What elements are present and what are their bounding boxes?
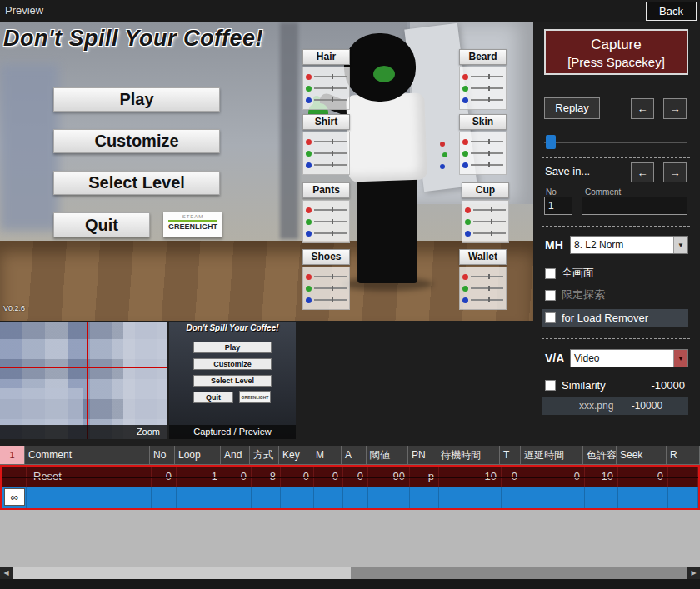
- slider-track[interactable]: [314, 209, 347, 211]
- rgb-sliders[interactable]: [302, 67, 350, 110]
- rgb-sliders[interactable]: [459, 267, 507, 310]
- zoom-view[interactable]: Zoom: [0, 322, 167, 439]
- table-row-reset[interactable]: Reset 0 1 0 8 0 0 0 90 p 10 0 0 10 0: [2, 467, 698, 487]
- slider-track[interactable]: [471, 87, 503, 89]
- column-header[interactable]: 閾値: [367, 446, 408, 465]
- blue-slider-thumb[interactable]: [462, 97, 468, 103]
- slider-track[interactable]: [314, 299, 347, 301]
- scroll-right-button[interactable]: ▶: [688, 567, 700, 579]
- fullscreen-checkbox[interactable]: [545, 268, 556, 279]
- green-slider-thumb[interactable]: [306, 151, 312, 157]
- blue-slider-thumb[interactable]: [306, 97, 312, 103]
- red-slider-thumb[interactable]: [462, 139, 468, 145]
- blue-slider-thumb[interactable]: [306, 297, 312, 303]
- green-slider-thumb[interactable]: [462, 86, 468, 92]
- slider-track[interactable]: [544, 142, 688, 143]
- red-slider-thumb[interactable]: [306, 74, 312, 80]
- rgb-sliders[interactable]: [462, 200, 509, 243]
- slider-track[interactable]: [473, 232, 506, 234]
- blue-slider-thumb[interactable]: [465, 231, 471, 237]
- blue-slider-thumb[interactable]: [306, 231, 312, 237]
- green-slider-thumb[interactable]: [306, 219, 312, 225]
- frame-forward-button[interactable]: →: [663, 98, 687, 119]
- slider-track[interactable]: [314, 232, 347, 234]
- column-header[interactable]: 色許容: [583, 446, 617, 465]
- comment-input[interactable]: [582, 197, 688, 215]
- load-remover-checkbox[interactable]: [545, 312, 556, 323]
- slider-track[interactable]: [314, 164, 347, 166]
- column-header[interactable]: PN: [408, 446, 438, 465]
- replay-button[interactable]: Replay: [544, 97, 600, 119]
- column-header[interactable]: 待機時間: [438, 446, 500, 465]
- column-header[interactable]: Loop: [175, 446, 221, 465]
- column-header[interactable]: And: [221, 446, 250, 465]
- red-slider-thumb[interactable]: [462, 274, 468, 280]
- column-header[interactable]: No: [150, 446, 175, 465]
- mh-dropdown[interactable]: 8. L2 Norm ▼: [570, 236, 688, 254]
- green-slider-thumb[interactable]: [306, 286, 312, 292]
- slider-track[interactable]: [471, 164, 503, 166]
- rgb-sliders[interactable]: [302, 200, 350, 243]
- slider-track[interactable]: [314, 87, 347, 89]
- column-header[interactable]: 遅延時間: [521, 446, 583, 465]
- rgb-sliders[interactable]: [459, 132, 507, 175]
- fullscreen-checkbox-row[interactable]: 全画面: [545, 266, 594, 281]
- infinity-loop-marker[interactable]: ∞: [4, 488, 25, 506]
- save-next-button[interactable]: →: [663, 162, 687, 182]
- column-header[interactable]: R: [667, 446, 700, 465]
- load-remover-checkbox-row[interactable]: for Load Remover: [542, 309, 688, 327]
- column-header[interactable]: 方式: [250, 446, 279, 465]
- capture-button[interactable]: Capture [Press Spacekey]: [544, 29, 688, 75]
- slider-track[interactable]: [471, 76, 503, 77]
- column-header[interactable]: Seek: [617, 446, 667, 465]
- play-button[interactable]: Play: [53, 87, 220, 112]
- table-row-selected[interactable]: ∞: [2, 487, 698, 508]
- horizontal-scrollbar[interactable]: ◀ ▶: [0, 567, 700, 579]
- red-slider-thumb[interactable]: [306, 139, 312, 145]
- slider-track[interactable]: [471, 276, 503, 277]
- slider-thumb[interactable]: [546, 135, 556, 149]
- limited-search-checkbox[interactable]: [545, 290, 556, 301]
- select-level-button[interactable]: Select Level: [53, 171, 220, 195]
- rgb-sliders[interactable]: [459, 67, 507, 110]
- slider-track[interactable]: [471, 141, 503, 142]
- green-slider-thumb[interactable]: [462, 151, 468, 157]
- blue-slider-thumb[interactable]: [306, 162, 312, 168]
- save-prev-button[interactable]: ←: [631, 162, 654, 182]
- rgb-sliders[interactable]: [302, 132, 350, 175]
- captured-preview[interactable]: Don't Spill Your Coffee! Play Customize …: [169, 322, 296, 439]
- red-slider-thumb[interactable]: [462, 74, 468, 80]
- green-slider-thumb[interactable]: [462, 286, 468, 292]
- column-header[interactable]: T: [500, 446, 521, 465]
- scrollbar-track[interactable]: [351, 567, 688, 579]
- back-button[interactable]: Back: [646, 2, 697, 21]
- column-header[interactable]: M: [312, 446, 342, 465]
- slider-track[interactable]: [314, 141, 347, 142]
- scroll-left-button[interactable]: ◀: [0, 567, 12, 579]
- slider-track[interactable]: [471, 299, 503, 301]
- red-slider-thumb[interactable]: [306, 274, 312, 280]
- quit-button[interactable]: Quit: [53, 212, 150, 237]
- slider-track[interactable]: [314, 76, 347, 77]
- slider-track[interactable]: [314, 221, 347, 222]
- column-header[interactable]: Comment: [25, 446, 150, 465]
- customize-button[interactable]: Customize: [53, 129, 220, 153]
- timeline-slider[interactable]: [544, 134, 688, 151]
- slider-track[interactable]: [314, 276, 347, 277]
- limited-search-checkbox-row[interactable]: 限定探索: [545, 287, 605, 302]
- rgb-sliders[interactable]: [302, 267, 350, 310]
- similarity-checkbox-row[interactable]: Similarity -10000: [545, 379, 688, 392]
- blue-slider-thumb[interactable]: [462, 162, 468, 168]
- red-slider-thumb[interactable]: [306, 207, 312, 213]
- slider-track[interactable]: [473, 209, 506, 211]
- red-slider-thumb[interactable]: [465, 207, 471, 213]
- slider-track[interactable]: [473, 221, 506, 222]
- game-preview[interactable]: Don't Spill Your Coffee! Play Customize …: [0, 22, 533, 321]
- frame-back-button[interactable]: ←: [631, 98, 654, 119]
- chevron-down-icon[interactable]: ▼: [673, 350, 688, 367]
- scrollbar-thumb[interactable]: [12, 567, 351, 579]
- va-dropdown[interactable]: Video ▼: [570, 349, 688, 367]
- green-slider-thumb[interactable]: [306, 86, 312, 92]
- green-slider-thumb[interactable]: [465, 219, 471, 225]
- column-header[interactable]: A: [342, 446, 367, 465]
